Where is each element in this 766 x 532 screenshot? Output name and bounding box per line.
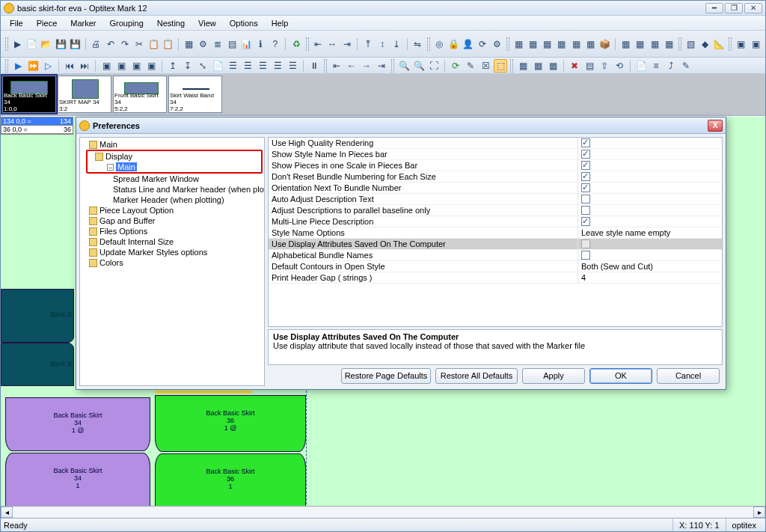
menu-file[interactable]: File [4,18,29,28]
skip-end-button[interactable]: ⏭ [78,59,91,73]
checkbox[interactable] [581,150,590,159]
package-button[interactable]: 📦 [598,37,611,51]
ok-button[interactable]: OK [589,368,652,384]
apply-button[interactable]: Apply [522,368,585,384]
align-right-button[interactable]: ⇥ [340,37,353,51]
checkbox[interactable] [581,251,590,260]
tile-3-button[interactable]: ▦ [541,37,554,51]
layers-button[interactable]: ≣ [211,37,224,51]
checkbox[interactable] [581,206,590,215]
tile-9-button[interactable]: ▦ [648,37,661,51]
option-row[interactable]: Use High Quality Rendering [269,138,722,149]
checkbox[interactable] [581,172,590,181]
open-button[interactable]: 📂 [40,37,52,51]
layers2-button[interactable]: ▧ [684,37,697,51]
tree-node[interactable]: Files Options [82,226,263,236]
list-1-button[interactable]: ☰ [226,59,239,73]
step-button[interactable]: ▷ [41,59,55,73]
option-row[interactable]: Print Header Gap ( strings )4 [269,272,722,284]
option-row[interactable]: Don't Reset Bundle Numbering for Each Si… [269,171,722,183]
restore-all-button[interactable]: Restore All Defaults [435,368,518,384]
maximize-button[interactable]: ❐ [725,3,743,13]
deck-card-front[interactable]: Front Basic Skirt 345:2,2 [113,76,167,113]
menu-options[interactable]: Options [224,18,264,28]
rotate-button[interactable]: ⟳ [476,37,488,51]
tile-8-button[interactable]: ▦ [634,37,646,51]
fill-button[interactable]: ◆ [699,37,711,51]
deck-card-map[interactable]: SKIRT MAP 343:2 [58,76,111,113]
tree-node[interactable]: Update Marker Styles options [82,247,263,257]
menu-help[interactable]: Help [266,18,295,28]
skip-start-button[interactable]: ⏮ [63,59,76,73]
bars-button[interactable]: ≡ [649,59,663,73]
go-first-button[interactable]: ⇤ [330,59,343,73]
option-row[interactable]: Alphabetical Bundle Names [269,250,722,261]
share-button[interactable]: ⤴ [664,59,678,73]
group-2-button[interactable]: ▦ [531,59,545,73]
option-value[interactable] [578,205,722,215]
tree-node[interactable]: Default Internal Size [82,236,263,247]
tile-7-button[interactable]: ▦ [619,37,632,51]
print-button[interactable]: 🖨 [90,37,102,51]
group-3-button[interactable]: ▦ [546,59,560,73]
tile-5-button[interactable]: ▦ [570,37,583,51]
checkbox[interactable] [581,138,590,147]
recycle-button[interactable]: ♻ [289,37,302,51]
option-value[interactable] [578,194,722,204]
marker-4-button[interactable]: ▣ [144,59,158,73]
user-button[interactable]: 👤 [462,37,474,51]
option-value[interactable]: 4 [578,272,722,283]
option-row[interactable]: Default Contours in Open StyleBoth (Sew … [269,261,722,272]
dialog-close-button[interactable]: X [708,120,723,132]
copy-button[interactable]: 📋 [147,37,160,51]
group-1-button[interactable]: ▦ [516,59,530,73]
option-value[interactable] [578,216,722,227]
option-value[interactable] [578,160,722,171]
chart-button[interactable]: 📊 [240,37,253,51]
checkbox[interactable] [581,161,590,170]
minimize-button[interactable]: ━ [705,3,723,13]
zoom-fit-button[interactable]: ⛶ [427,59,441,73]
piece-stub-2[interactable]: Back B [1,343,74,386]
zoom-out-button[interactable]: 🔍 [397,59,411,73]
play-button[interactable]: ▶ [11,59,25,73]
save-button[interactable]: 💾 [55,37,67,51]
dialog-titlebar[interactable]: Preferences X [76,117,726,134]
option-value[interactable] [578,171,722,182]
deck-card-back[interactable]: Back Basic Skirt 341:0,0 [2,76,56,113]
deck-card-waist[interactable]: Skirt Waist Band 347:2,2 [168,76,222,113]
align-center-button[interactable]: ↔ [326,37,339,51]
doc-arrow-button[interactable]: 📄 [634,59,648,73]
option-row[interactable]: Show Style Name In Pieces bar [269,149,722,160]
menu-nesting[interactable]: Nesting [151,18,191,28]
tree-node[interactable]: –Main [88,162,261,172]
option-row[interactable]: Show Pieces in one Scale in Pieces Bar [269,160,722,171]
option-value[interactable]: Leave style name empty [578,227,722,238]
flip-h-button[interactable]: ⇋ [411,37,424,51]
lock-button[interactable]: 🔒 [447,37,460,51]
properties-button[interactable]: ⚙ [197,37,209,51]
pointer-tool[interactable]: ▶ [11,37,24,51]
go-last-button[interactable]: ⇥ [375,59,388,73]
preferences-tree[interactable]: MainDisplay–MainSpread Marker WindowStat… [79,137,265,386]
cancel-button[interactable]: Cancel [657,368,720,384]
clear-button[interactable]: ☒ [479,59,492,73]
fast-forward-button[interactable]: ⏩ [26,59,40,73]
tile-1-button[interactable]: ▦ [512,37,525,51]
go-prev-button[interactable]: ← [345,59,358,73]
extra-2-button[interactable]: ▣ [750,37,762,51]
piece-green-1[interactable]: Back Basic Skirt 36 1 @ [155,395,306,452]
scroll-left-button[interactable]: ◂ [1,507,13,518]
table-button[interactable]: ▦ [183,37,195,51]
tree-node[interactable]: Main [82,139,263,150]
list-4-button[interactable]: ☰ [271,59,284,73]
info-button[interactable]: ℹ [254,37,267,51]
tile-2-button[interactable]: ▦ [527,37,539,51]
list-5-button[interactable]: ☰ [286,59,299,73]
horizontal-scrollbar[interactable]: ◂ ▸ [1,506,765,518]
highlight-active-button[interactable]: ⬚ [494,59,507,73]
menu-view[interactable]: View [192,18,222,28]
measure-button[interactable]: 📐 [713,37,726,51]
close-button[interactable]: ✕ [744,3,762,13]
tree-node[interactable]: Spread Marker Window [82,174,263,184]
